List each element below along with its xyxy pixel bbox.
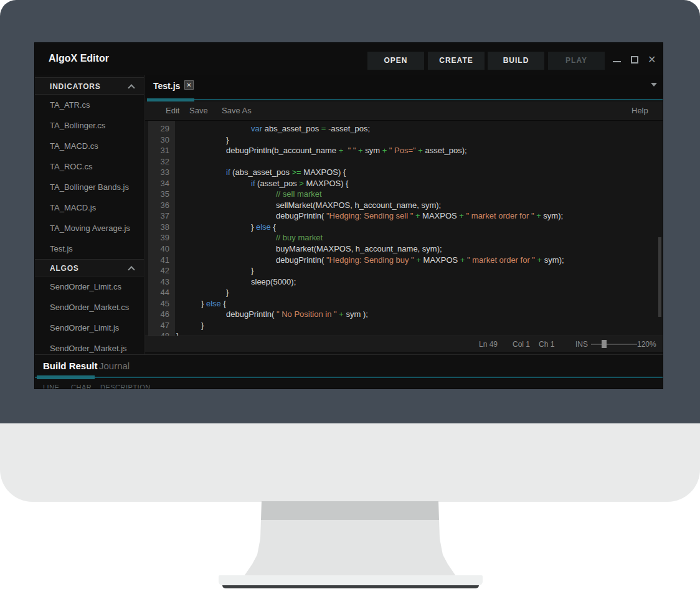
column-header-line: LINE <box>43 384 59 389</box>
line-number: 40 <box>148 243 175 255</box>
line-number: 43 <box>148 276 175 288</box>
bottom-panel: Build Result Journal LINE CHAR DESCRIPTI… <box>35 354 663 389</box>
status-insert-mode: INS <box>575 340 588 349</box>
line-number: 30 <box>148 134 175 146</box>
code-line <box>176 156 658 167</box>
code-content: var abs_asset_pos = -asset_pos;}debugPri… <box>176 123 658 336</box>
play-button[interactable]: PLAY <box>548 52 605 70</box>
status-bar: Ln 49 Col 1 Ch 1 INS 120% <box>145 336 663 352</box>
code-line: debugPrintln( "Hedging: Sending sell " +… <box>176 210 658 222</box>
monitor-stand-neck <box>244 501 456 576</box>
column-header-char: CHAR <box>71 384 92 389</box>
code-line: } <box>176 331 658 336</box>
sidebar-item[interactable]: SendOrder_Market.cs <box>35 297 144 318</box>
monitor-base <box>219 575 483 585</box>
editor-menubar: Edit Save Save As Help <box>145 101 663 121</box>
code-editor[interactable]: 2930313233343536373839404142434445464748… <box>145 121 663 336</box>
sidebar-item[interactable]: SendOrder_Limit.js <box>35 318 144 338</box>
code-line: // sell market <box>176 189 658 200</box>
active-panel-tab-underline <box>37 375 95 379</box>
maximize-icon[interactable] <box>631 56 638 64</box>
monitor-stand-body <box>244 520 456 576</box>
sidebar-item[interactable]: SendOrder_Limit.cs <box>35 276 144 297</box>
line-number: 42 <box>148 265 175 276</box>
chevron-up-icon <box>128 266 135 273</box>
menu-edit[interactable]: Edit <box>166 106 179 115</box>
sidebar-item[interactable]: TA_Bollinger.cs <box>35 115 144 136</box>
code-line: debugPrintln( "Hedging: Sending buy " + … <box>176 255 658 266</box>
code-line: debugPrintln( " No Position in " + sym )… <box>176 309 658 320</box>
code-line: } <box>176 265 658 276</box>
tab-testjs[interactable]: Test.js <box>153 81 180 91</box>
sidebar-item[interactable]: Test.js <box>35 238 144 259</box>
menu-save-as[interactable]: Save As <box>222 106 252 115</box>
tab-strip: Test.js ✕ <box>145 75 663 98</box>
zoom-slider-track[interactable] <box>591 344 637 345</box>
app-title: AlgoX Editor <box>49 53 109 64</box>
sidebar-item[interactable]: TA_MACD.js <box>35 197 144 218</box>
line-number: 38 <box>148 222 175 233</box>
code-line: sellMarket(MAXPOS, h_account_name, sym); <box>176 200 658 211</box>
code-line: } else { <box>176 222 658 233</box>
build-button[interactable]: BUILD <box>488 52 544 70</box>
code-line: } <box>176 320 658 331</box>
sidebar-item[interactable]: TA_Moving Average.js <box>35 218 144 238</box>
line-number: 35 <box>148 189 175 200</box>
zoom-slider-thumb[interactable] <box>602 340 607 348</box>
code-line: } else { <box>176 298 658 309</box>
open-button[interactable]: OPEN <box>367 52 424 70</box>
line-number: 48 <box>148 331 175 336</box>
sidebar-item[interactable]: TA_Bollinger Bands.js <box>35 177 144 197</box>
sidebar-item[interactable]: TA_MACD.cs <box>35 136 144 156</box>
minimize-icon[interactable] <box>613 61 621 62</box>
sidebar-section-algos[interactable]: ALGOS <box>35 259 144 276</box>
panel-divider <box>35 377 663 378</box>
close-icon[interactable]: ✕ <box>648 54 656 65</box>
line-number: 34 <box>148 178 175 189</box>
code-line: // buy market <box>176 232 658 243</box>
sidebar-item[interactable]: SendOrder_Market.js <box>35 338 144 354</box>
code-line: } <box>176 287 658 298</box>
editor-pane: Test.js ✕ Edit Save Save As Help 2930313… <box>145 75 663 354</box>
menu-help[interactable]: Help <box>631 106 648 115</box>
code-line: if (asset_pos > MAXPOS) { <box>176 178 658 189</box>
line-number: 44 <box>148 287 175 298</box>
create-button[interactable]: CREATE <box>428 52 485 70</box>
tab-list-caret-icon[interactable] <box>651 83 657 87</box>
line-number: 31 <box>148 145 175 156</box>
menu-save[interactable]: Save <box>189 106 208 115</box>
sidebar-section-indicators[interactable]: INDICATORS <box>35 77 144 95</box>
column-header-description: DESCRIPTION <box>100 384 151 389</box>
code-line: if (abs_asset_pos >= MAXPOS) { <box>176 167 658 178</box>
chevron-up-icon <box>128 84 135 91</box>
sidebar-item[interactable]: TA_ROC.cs <box>35 156 144 177</box>
tab-build-result[interactable]: Build Result <box>43 360 98 371</box>
code-line: var abs_asset_pos = -asset_pos; <box>176 123 658 134</box>
tabstrip-divider <box>194 99 663 100</box>
status-column: Col 1 <box>513 340 530 349</box>
line-number: 47 <box>148 320 175 331</box>
app-window: AlgoX Editor OPEN CREATE BUILD PLAY ✕ IN… <box>34 42 663 389</box>
line-number: 33 <box>148 167 175 178</box>
vertical-scrollbar[interactable] <box>658 237 661 317</box>
code-line: debugPrintln(b_account_name + " " + sym … <box>176 145 658 156</box>
code-line: buyMarket(MAXPOS, h_account_name, sym); <box>176 243 658 255</box>
title-bar: AlgoX Editor OPEN CREATE BUILD PLAY ✕ <box>35 43 663 75</box>
sidebar-item[interactable]: TA_ATR.cs <box>35 95 144 115</box>
tab-journal[interactable]: Journal <box>99 360 130 371</box>
monitor-mockup: AlgoX Editor OPEN CREATE BUILD PLAY ✕ IN… <box>0 0 700 589</box>
line-number: 37 <box>148 210 175 222</box>
line-number-gutter: 2930313233343536373839404142434445464748 <box>148 121 175 336</box>
status-char: Ch 1 <box>539 340 554 349</box>
line-number: 41 <box>148 255 175 266</box>
line-number: 36 <box>148 200 175 211</box>
tab-close-icon[interactable]: ✕ <box>184 80 194 90</box>
code-line: sleep(5000); <box>176 276 658 288</box>
status-line: Ln 49 <box>479 340 498 349</box>
line-number: 45 <box>148 298 175 309</box>
line-number: 32 <box>148 156 175 167</box>
zoom-level: 120% <box>637 340 656 349</box>
monitor-bottom-bezel <box>0 423 700 502</box>
line-number: 29 <box>148 123 175 134</box>
line-number: 39 <box>148 232 175 243</box>
